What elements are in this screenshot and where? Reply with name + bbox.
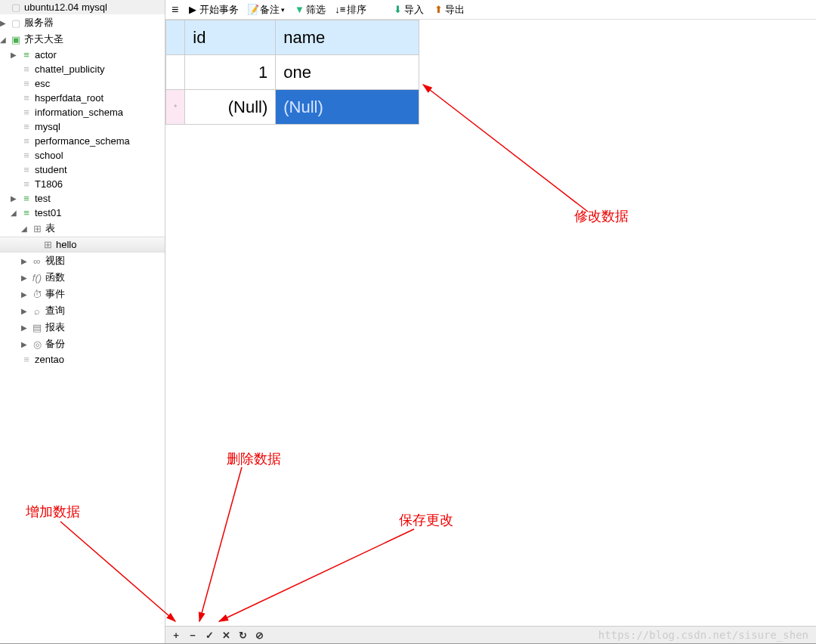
begin-transaction-button[interactable]: ▶ 开始事务 (187, 3, 239, 17)
menu-icon[interactable]: ≡ (172, 3, 178, 17)
tree-item-label: student (35, 164, 67, 175)
tree-item-chattel_publicity[interactable]: ≡chattel_publicity (0, 62, 165, 76)
tree-item-label: 查询 (45, 304, 65, 317)
tree-item-视图[interactable]: ▶∞视图 (0, 252, 165, 269)
tree-item-label: zentao (35, 354, 64, 365)
tree-item-label: chattel_publicity (35, 63, 105, 75)
tree-item-label: mysql (35, 121, 60, 132)
tree-item-hsperfdata_root[interactable]: ≡hsperfdata_root (0, 91, 165, 105)
tree-item-查询[interactable]: ▶⌕查询 (0, 302, 165, 319)
tree-item-mysql[interactable]: ≡mysql (0, 119, 165, 134)
toolbar: ≡ ▶ 开始事务 📝 备注 ▾ ▼ 筛选 ↓≡ 排序 ⬇ 导入 (165, 0, 816, 20)
import-label: 导入 (404, 3, 424, 17)
tree-arrow-icon: ▶ (11, 51, 20, 59)
sidebar: ▢ubuntu12.04 mysql▶▢服务器◢▣齐天大圣▶≡actor≡cha… (0, 0, 165, 644)
data-grid-area: id name 1one*(Null)(Null) (165, 20, 816, 644)
export-button[interactable]: ⬆ 导出 (433, 3, 465, 17)
stop-button[interactable]: ⊘ (253, 630, 265, 642)
tree-item-事件[interactable]: ▶⏱事件 (0, 286, 165, 302)
tree-arrow-icon: ◢ (21, 224, 30, 233)
tree-item-actor[interactable]: ▶≡actor (0, 48, 165, 62)
tree-icon: ≡ (20, 207, 33, 218)
filter-icon: ▼ (294, 5, 304, 15)
tree-icon: ⊞ (41, 239, 54, 250)
tree-item-备份[interactable]: ▶◎备份 (0, 336, 165, 352)
tree-icon: ≡ (20, 193, 33, 204)
tree-icon: ≡ (20, 107, 33, 118)
tree-item-label: test (35, 193, 51, 204)
table-row[interactable]: 1one (166, 55, 419, 90)
tree-icon: ▤ (30, 322, 44, 333)
tree-item-label: hsperfdata_root (35, 92, 104, 104)
sort-label: 排序 (347, 3, 366, 17)
tree-item-esc[interactable]: ≡esc (0, 76, 165, 91)
tree-icon: ▢ (9, 2, 23, 13)
tree-item-函数[interactable]: ▶f()函数 (0, 269, 165, 286)
tree-icon: ▣ (9, 34, 23, 45)
tree-item-ubuntu12.04-mysql[interactable]: ▢ubuntu12.04 mysql (0, 0, 165, 14)
cancel-changes-button[interactable]: ✕ (220, 630, 232, 642)
tree-icon: ▢ (9, 17, 23, 29)
tree-item-performance_schema[interactable]: ≡performance_schema (0, 134, 165, 148)
tree-item-label: school (35, 150, 63, 161)
tree-item-报表[interactable]: ▶▤报表 (0, 319, 165, 336)
filter-button[interactable]: ▼ 筛选 (294, 3, 326, 17)
tree-item-label: 齐天大圣 (24, 33, 63, 46)
tree-icon: ≡ (20, 354, 33, 365)
tree-arrow-icon: ▶ (21, 257, 30, 265)
tree-arrow-icon: ▶ (21, 290, 30, 299)
refresh-button[interactable]: ↻ (236, 630, 249, 642)
tree-arrow-icon: ◢ (11, 209, 20, 217)
tree-icon: ≡ (20, 135, 33, 147)
tree-item-zentao[interactable]: ≡zentao (0, 352, 165, 367)
note-label: 备注 (260, 3, 280, 17)
cell-id[interactable]: 1 (185, 55, 276, 90)
tree-item-information_schema[interactable]: ≡information_schema (0, 105, 165, 119)
tree-item-齐天大圣[interactable]: ◢▣齐天大圣 (0, 31, 165, 48)
tree-item-student[interactable]: ≡student (0, 163, 165, 177)
tree-arrow-icon: ▶ (11, 194, 20, 203)
tree-item-服务器[interactable]: ▶▢服务器 (0, 14, 165, 31)
tree-icon: ≡ (20, 178, 33, 190)
tree-icon: ≡ (20, 121, 33, 132)
cell-name[interactable]: (Null) (276, 90, 419, 125)
tree-item-hello[interactable]: ⊞hello (0, 237, 165, 252)
table-row[interactable]: *(Null)(Null) (166, 90, 419, 125)
row-marker-header (166, 20, 185, 55)
tree-item-T1806[interactable]: ≡T1806 (0, 177, 165, 191)
tree-arrow-icon: ▶ (21, 274, 30, 282)
dropdown-icon: ▾ (281, 6, 285, 14)
row-marker (166, 55, 185, 90)
tree-icon: ≡ (20, 150, 33, 161)
tree-item-label: actor (35, 49, 57, 60)
column-header-name[interactable]: name (276, 20, 419, 55)
tree-item-label: 备份 (45, 337, 65, 351)
apply-changes-button[interactable]: ✓ (203, 630, 215, 642)
tree-icon: ≡ (20, 63, 33, 75)
sort-button[interactable]: ↓≡ 排序 (335, 3, 366, 17)
add-row-button[interactable]: + (170, 630, 182, 642)
tree-item-表[interactable]: ◢⊞表 (0, 220, 165, 237)
delete-row-button[interactable]: − (187, 630, 199, 642)
cell-name[interactable]: one (276, 55, 419, 90)
tree-arrow-icon: ▶ (21, 307, 30, 315)
import-button[interactable]: ⬇ 导入 (392, 3, 424, 17)
tree-item-label: 服务器 (24, 16, 54, 29)
tree-item-label: ubuntu12.04 mysql (24, 2, 107, 13)
tree-item-label: 函数 (45, 271, 65, 284)
tree-item-test01[interactable]: ◢≡test01 (0, 206, 165, 220)
tree-item-test[interactable]: ▶≡test (0, 191, 165, 206)
tree-icon: ◎ (30, 339, 44, 350)
column-header-id[interactable]: id (185, 20, 276, 55)
tree-arrow-icon: ◢ (0, 36, 9, 44)
tree-item-school[interactable]: ≡school (0, 148, 165, 163)
sort-icon: ↓≡ (335, 5, 345, 15)
tree-icon: ⊞ (30, 223, 44, 234)
note-button[interactable]: 📝 备注 ▾ (248, 3, 285, 17)
tree-icon: ≡ (20, 92, 33, 104)
data-table[interactable]: id name 1one*(Null)(Null) (165, 20, 419, 125)
filter-label: 筛选 (306, 3, 326, 17)
cell-id[interactable]: (Null) (185, 90, 276, 125)
tree-icon: ≡ (20, 49, 33, 60)
tree-item-label: T1806 (35, 178, 63, 190)
